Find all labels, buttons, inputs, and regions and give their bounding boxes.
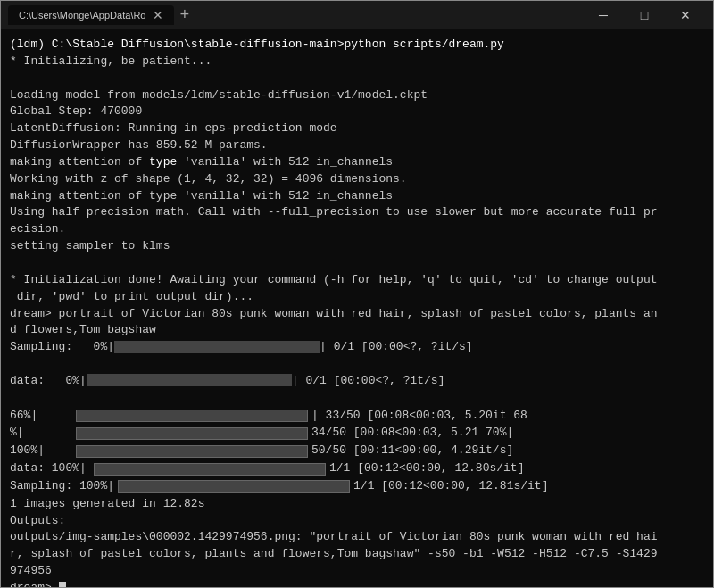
- tab[interactable]: C:\Users\Monge\AppData\Ro ✕: [8, 5, 174, 25]
- terminal-body[interactable]: (ldm) C:\Stable Diffusion\stable-diffusi…: [1, 29, 713, 587]
- terminal-line: 1 images generated in 12.82s: [10, 496, 704, 513]
- terminal-line: outputs/img-samples\000002.1429974956.pn…: [10, 529, 704, 546]
- progress-row-68: %| 34/50 [00:08<00:03, 5.21 70%|: [10, 425, 704, 442]
- progress-bar: [94, 463, 326, 476]
- terminal-line: [10, 390, 704, 407]
- progress-label: 100%|: [10, 443, 72, 460]
- progress-label: 66%|: [10, 408, 72, 425]
- terminal-line: LatentDiffusion: Running in eps-predicti…: [10, 120, 704, 137]
- progress-info: 1/1 [00:12<00:00, 12.81s/it]: [353, 478, 548, 495]
- terminal-line: * Initialization done! Awaiting your com…: [10, 272, 704, 289]
- terminal-line: setting sampler to klms: [10, 238, 704, 255]
- terminal-line: DiffusionWrapper has 859.52 M params.: [10, 137, 704, 154]
- progress-row-sampling100: Sampling: 100%| 1/1 [00:12<00:00, 12.81s…: [10, 478, 704, 495]
- terminal-line: data: 0%|| 0/1 [00:00<?, ?it/s]: [10, 373, 704, 390]
- minimize-button[interactable]: ─: [583, 1, 624, 29]
- terminal-line: [10, 70, 704, 87]
- progress-info: 50/50 [00:11<00:00, 4.29it/s]: [311, 443, 513, 460]
- terminal-line: dream> portrait of Victorian 80s punk wo…: [10, 306, 704, 323]
- terminal-prompt-line: dream>: [10, 580, 704, 587]
- new-tab-button[interactable]: +: [174, 6, 195, 24]
- terminal-line: [10, 255, 704, 272]
- tab-close-icon[interactable]: ✕: [153, 9, 163, 21]
- terminal-line: Loading model from models/ldm/stable-dif…: [10, 87, 704, 104]
- terminal-line: ecision.: [10, 221, 704, 238]
- close-button[interactable]: ✕: [665, 1, 706, 29]
- terminal-line: 974956: [10, 563, 704, 580]
- terminal-line: dir, 'pwd' to print output dir)...: [10, 289, 704, 306]
- progress-row-66: 66%| | 33/50 [00:08<00:03, 5.20it 68: [10, 408, 704, 425]
- progress-row-data100: data: 100%| 1/1 [00:12<00:00, 12.80s/it]: [10, 460, 704, 477]
- terminal-line: Outputs:: [10, 513, 704, 530]
- progress-label: %|: [10, 425, 72, 442]
- progress-info: 34/50 [00:08<00:03, 5.21 70%|: [311, 425, 513, 442]
- terminal-line: * Initializing, be patient...: [10, 54, 704, 70]
- maximize-button[interactable]: □: [624, 1, 665, 29]
- terminal-line: Working with z of shape (1, 4, 32, 32) =…: [10, 171, 704, 188]
- terminal-line: (ldm) C:\Stable Diffusion\stable-diffusi…: [10, 37, 704, 54]
- progress-info: 1/1 [00:12<00:00, 12.80s/it]: [329, 460, 524, 477]
- terminal-line: Global Step: 470000: [10, 104, 704, 120]
- window-controls: ─ □ ✕: [583, 1, 706, 29]
- terminal-line: r, splash of pastel colors, plants and f…: [10, 546, 704, 563]
- progress-label: data: 100%|: [10, 460, 90, 477]
- terminal-line: [10, 356, 704, 373]
- terminal-line: making attention of type 'vanilla' with …: [10, 188, 704, 205]
- progress-bar: [118, 480, 350, 493]
- cursor: [59, 582, 66, 587]
- progress-bar: [76, 410, 308, 422]
- progress-bar: [76, 445, 308, 458]
- terminal-line: d flowers,Tom bagshaw: [10, 322, 704, 339]
- title-bar: C:\Users\Monge\AppData\Ro ✕ + ─ □ ✕: [1, 1, 713, 29]
- terminal-line: making attention of type 'vanilla' with …: [10, 154, 704, 171]
- terminal-line: Sampling: 0%|| 0/1 [00:00<?, ?it/s]: [10, 339, 704, 356]
- progress-bar: [76, 427, 308, 440]
- terminal-line: Using half precision math. Call with --f…: [10, 204, 704, 221]
- tab-title: C:\Users\Monge\AppData\Ro: [19, 10, 145, 21]
- progress-label: Sampling: 100%|: [10, 478, 114, 495]
- progress-row-100a: 100%| 50/50 [00:11<00:00, 4.29it/s]: [10, 443, 704, 460]
- progress-info: | 33/50 [00:08<00:03, 5.20it 68: [311, 408, 527, 425]
- terminal-window: C:\Users\Monge\AppData\Ro ✕ + ─ □ ✕ (ldm…: [0, 0, 714, 588]
